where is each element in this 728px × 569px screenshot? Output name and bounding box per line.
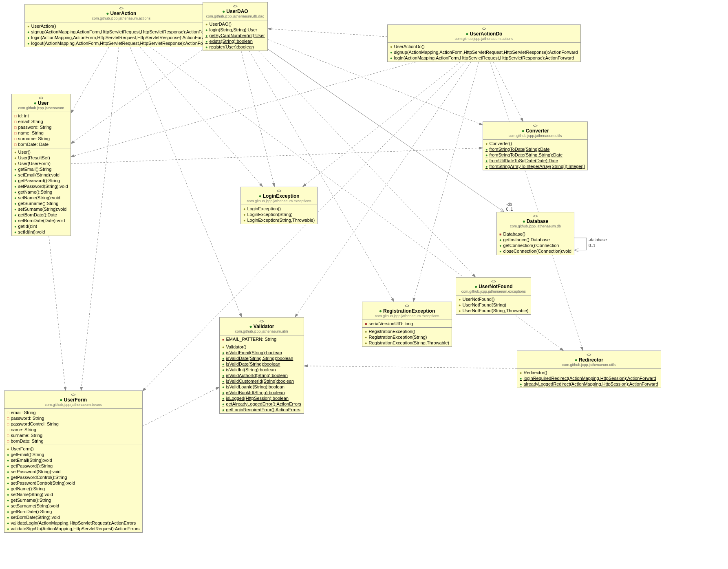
method: Converter(): [483, 141, 587, 146]
svg-text:0..1: 0..1: [506, 207, 513, 212]
class-name: Converter: [485, 128, 585, 134]
svg-line-4: [130, 47, 242, 317]
class-name: LoginException: [243, 193, 315, 199]
method: closeConnection(Connection):void: [497, 248, 574, 254]
meths: Redirector()loginRequiredRedirect(Action…: [517, 369, 661, 388]
method: getPasswordControl():String: [4, 474, 142, 480]
attr: name: String: [4, 427, 142, 432]
method: isValidLoanId(String):boolean: [220, 384, 304, 390]
package: com.github.jcpp.jathenaeum.actions: [390, 37, 578, 41]
method: getSurname():String: [4, 497, 142, 503]
class-UserNotFound[interactable]: <>UserNotFoundcom.github.jcpp.jathenaeum…: [456, 277, 531, 315]
class-name: UserDAO: [205, 9, 265, 14]
method: logout(ActionMapping,ActionForm,HttpServ…: [25, 40, 218, 46]
method: RegistrationException(String): [362, 334, 452, 340]
stereotype: <>: [485, 124, 585, 128]
meths: UserAction()signup(ActionMapping,ActionF…: [25, 22, 218, 47]
class-UserActionDo[interactable]: <>UserActionDocom.github.jcpp.jathenaeum…: [387, 24, 581, 62]
method: fromStringToDate(String,String):Date: [483, 152, 587, 158]
package: com.github.jcpp.jathenaeum.utils: [222, 329, 301, 333]
method: login(ActionMapping,ActionForm,HttpServl…: [388, 55, 580, 61]
svg-line-10: [249, 51, 394, 302]
attrs: EMAIL_PATTERN: String: [220, 335, 304, 343]
method: setName(String):void: [4, 492, 142, 497]
stereotype: <>: [27, 6, 215, 11]
class-User[interactable]: <>Usercom.github.jcpp.jathenaeumid: inte…: [11, 94, 71, 236]
stereotype: <>: [499, 214, 571, 218]
method: setPasswordControl(String):void: [4, 480, 142, 486]
meths: Database()getInstance():DatabasegetConne…: [497, 230, 574, 255]
stereotype: <>: [520, 353, 658, 357]
svg-line-11: [268, 29, 387, 37]
class-name: UserAction: [27, 11, 215, 16]
method: getByCardNumber(int):User: [203, 33, 267, 38]
method: setId(int):void: [12, 229, 71, 235]
svg-line-20: [71, 148, 483, 164]
class-header: <>UserDAOcom.github.jcpp.jathenaeum.db.d…: [203, 2, 267, 20]
meths: User()User(ResultSet)User(UserForm)getEm…: [12, 148, 71, 236]
svg-line-8: [241, 51, 275, 187]
package: com.github.jcpp.jathenaeum.db: [499, 224, 571, 228]
package: com.github.jcpp.jathenaeum.utils: [485, 134, 585, 138]
package: com.github.jcpp.jathenaeum.exceptions: [459, 289, 528, 293]
package: com.github.jcpp.jathenaeum.exceptions: [365, 314, 449, 318]
class-header: <>Convertercom.github.jcpp.jathenaeum.ut…: [483, 122, 587, 140]
svg-line-2: [81, 47, 119, 390]
attr: EMAIL_PATTERN: String: [220, 336, 304, 342]
class-Validator[interactable]: <>Validatorcom.github.jcpp.jathenaeum.ut…: [219, 317, 304, 414]
package: com.github.jcpp.jathenaeum.beans: [7, 403, 140, 407]
method: getName():String: [12, 189, 71, 195]
class-UserForm[interactable]: <>UserFormcom.github.jcpp.jathenaeum.bea…: [4, 390, 143, 533]
attr: email: String: [12, 119, 71, 124]
svg-line-12: [71, 62, 416, 157]
method: User(ResultSet): [12, 155, 71, 161]
svg-line-19: [49, 236, 66, 390]
meths: UserForm()getEmail():StringsetEmail(Stri…: [4, 445, 142, 532]
class-header: <>LoginExceptioncom.github.jcpp.jathenae…: [241, 187, 317, 205]
method: getInstance():Database: [497, 237, 574, 243]
class-LoginException[interactable]: <>LoginExceptioncom.github.jcpp.jathenae…: [240, 187, 318, 224]
class-UserDAO[interactable]: <>UserDAOcom.github.jcpp.jathenaeum.db.d…: [203, 2, 268, 51]
meths: LoginException()LoginException(String)Lo…: [241, 205, 317, 224]
class-Redirector[interactable]: <>Redirectorcom.github.jcpp.jathenaeum.u…: [517, 351, 661, 388]
method: getName():String: [4, 486, 142, 492]
class-Converter[interactable]: <>Convertercom.github.jcpp.jathenaeum.ut…: [483, 121, 588, 170]
class-name: RegistrationException: [365, 308, 449, 314]
method: isValidDate(String):boolean: [220, 361, 304, 367]
method: UserAction(): [25, 23, 218, 29]
class-name: Redirector: [520, 357, 658, 363]
package: com.github.jcpp.jathenaeum.exceptions: [243, 199, 315, 203]
class-Database[interactable]: <>Databasecom.github.jcpp.jathenaeum.dbD…: [496, 212, 574, 255]
method: isLogged(HttpSession):boolean: [220, 395, 304, 401]
method: setBornDate(String):void: [4, 514, 142, 520]
class-RegistrationException[interactable]: <>RegistrationExceptioncom.github.jcpp.j…: [362, 302, 452, 347]
stereotype: <>: [390, 26, 578, 31]
method: exists(String):boolean: [203, 38, 267, 44]
stereotype: <>: [14, 96, 68, 100]
class-header: <>Usercom.github.jcpp.jathenaeum: [12, 94, 71, 112]
svg-line-16: [413, 62, 479, 302]
method: getConnection():Connection: [497, 243, 574, 248]
class-UserAction[interactable]: <>UserActioncom.github.jcpp.jathenaeum.a…: [24, 4, 218, 47]
method: alreadyLoggedRedirect(ActionMapping,Http…: [517, 381, 661, 387]
method: Redirector(): [517, 370, 661, 375]
method: isValidDate(String,String):boolean: [220, 355, 304, 361]
method: isValidAuthorId(String):boolean: [220, 373, 304, 378]
attr: id: int: [12, 113, 71, 119]
svg-line-22: [304, 366, 517, 368]
stereotype: <>: [459, 279, 528, 284]
meths: UserActionDo()signup(ActionMapping,Actio…: [388, 43, 580, 62]
method: validateLogin(ActionMapping,HttpServletR…: [4, 520, 142, 526]
package: com.github.jcpp.jathenaeum.utils: [520, 363, 658, 367]
method: getBornDate():String: [4, 509, 142, 514]
method: RegistrationException(): [362, 329, 452, 334]
class-name: UserActionDo: [390, 31, 578, 37]
class-header: <>RegistrationExceptioncom.github.jcpp.j…: [362, 302, 452, 320]
method: setEmail(String):void: [4, 457, 142, 463]
method: setSurname(String):void: [4, 503, 142, 509]
method: isValidBookId(String):boolean: [220, 390, 304, 395]
method: LoginException(): [241, 206, 317, 212]
meths: UserDAO()login(String,String):UsergetByC…: [203, 20, 267, 51]
svg-text:-database: -database: [589, 238, 607, 242]
package: com.github.jcpp.jathenaeum.actions: [27, 16, 215, 20]
